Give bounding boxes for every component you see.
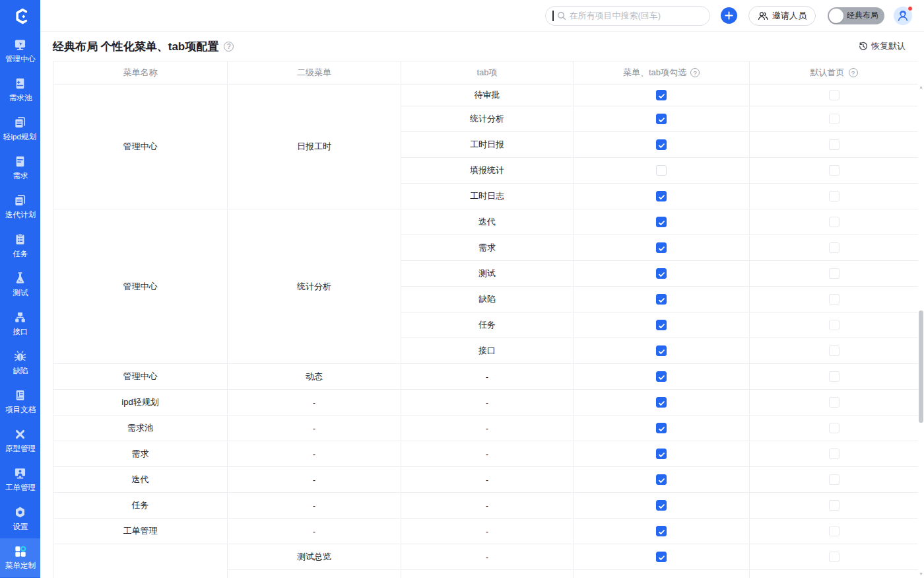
tab-checkbox[interactable] [656, 371, 667, 382]
scrollbar-thumb[interactable] [919, 310, 923, 423]
create-project-button[interactable] [721, 7, 737, 24]
restore-default-button[interactable]: 恢复默认 [859, 40, 906, 52]
menu-check-cell [574, 441, 750, 467]
sidebar-item-10[interactable]: 原型管理 [0, 421, 40, 460]
column-header-1: 二级菜单 [228, 61, 401, 85]
default-home-checkbox[interactable] [829, 526, 840, 536]
user-avatar[interactable] [894, 7, 912, 25]
search-input[interactable] [570, 11, 704, 20]
sidebar-item-4[interactable]: 迭代计划 [0, 188, 40, 227]
submenu-cell: 测试总览 [228, 544, 401, 570]
default-home-cell [750, 106, 919, 132]
tab-checkbox[interactable] [656, 165, 667, 176]
sidebar-item-label: 工单管理 [5, 482, 35, 493]
sidebar-item-13[interactable]: 菜单定制 [0, 538, 40, 577]
default-home-checkbox[interactable] [829, 474, 840, 485]
default-home-checkbox[interactable] [829, 114, 840, 124]
layout-toggle[interactable]: 经典布局 [828, 7, 884, 24]
column-help-icon[interactable]: ? [849, 68, 858, 77]
scroll-down-arrow[interactable]: ▼ [918, 571, 924, 577]
tab-checkbox[interactable] [656, 500, 667, 511]
tab-checkbox[interactable] [656, 191, 667, 201]
sidebar-item-9[interactable]: 项目文档 [0, 382, 40, 421]
default-home-checkbox[interactable] [829, 90, 840, 100]
restore-default-label: 恢复默认 [871, 40, 906, 52]
sidebar-item-5[interactable]: 任务 [0, 227, 40, 266]
content: 经典布局 个性化菜单、tab项配置 ? 恢复默认 菜单名称二级菜单t [40, 32, 924, 578]
invite-members-button[interactable]: 邀请人员 [748, 6, 816, 26]
tab-checkbox[interactable] [656, 268, 667, 279]
menu-name-cell: 管理中心 [53, 364, 228, 390]
tab-checkbox[interactable] [656, 294, 667, 305]
sidebar-item-label: 需求 [13, 170, 28, 181]
table-row: 管理中心动态- [53, 364, 919, 390]
sidebar-item-2[interactable]: 轻ipd规划 [0, 110, 40, 149]
tab-checkbox[interactable] [656, 474, 667, 485]
menu-check-cell [574, 493, 750, 519]
table-row: 需求-- [53, 441, 919, 467]
default-home-checkbox[interactable] [829, 371, 840, 382]
menu-check-cell [574, 209, 750, 235]
column-header-0: 菜单名称 [53, 61, 228, 85]
sidebar-item-0[interactable]: 管理中心 [0, 32, 40, 71]
tab-checkbox[interactable] [656, 217, 667, 227]
tab-checkbox[interactable] [656, 114, 667, 124]
tab-checkbox[interactable] [656, 242, 667, 253]
default-home-checkbox[interactable] [829, 268, 840, 279]
menu-config-table: 菜单名称二级菜单tab项菜单、tab项勾选?默认首页? 管理中心日报工时待审批统… [53, 61, 918, 578]
tab-checkbox[interactable] [656, 552, 667, 562]
sidebar-item-11[interactable]: 工单管理 [0, 460, 40, 499]
menu-name-cell: 管理中心 [53, 209, 228, 364]
default-home-checkbox[interactable] [829, 320, 840, 330]
page-help-icon[interactable]: ? [224, 42, 234, 52]
sidebar-item-6[interactable]: 测试 [0, 266, 40, 305]
tab-checkbox[interactable] [656, 526, 667, 536]
tab-checkbox[interactable] [656, 90, 667, 100]
toggle-knob [829, 9, 843, 23]
tab-checkbox[interactable] [656, 320, 667, 330]
default-home-checkbox[interactable] [829, 397, 840, 408]
tab-item-cell: - [401, 519, 574, 544]
tab-item-cell: - [401, 493, 574, 519]
column-help-icon[interactable]: ? [690, 68, 700, 77]
global-search[interactable] [545, 6, 710, 26]
flask-icon [13, 271, 27, 285]
tab-item-cell: 任务 [401, 312, 574, 338]
sidebar-item-12[interactable]: 设置 [0, 499, 40, 538]
table-scrollbar: ▲ ▼ [918, 83, 924, 578]
column-header-label: 默认首页 [810, 67, 845, 79]
default-home-cell [750, 493, 919, 519]
sidebar-item-1[interactable]: 需求池 [0, 71, 40, 110]
default-home-checkbox[interactable] [829, 449, 840, 459]
default-home-checkbox[interactable] [829, 345, 840, 356]
tab-checkbox[interactable] [656, 449, 667, 459]
tab-checkbox[interactable] [656, 139, 667, 150]
sidebar-item-label: 菜单定制 [5, 560, 35, 571]
sidebar-item-label: 迭代计划 [5, 209, 35, 220]
tab-checkbox[interactable] [656, 345, 667, 356]
monitor-icon [13, 38, 27, 52]
default-home-checkbox[interactable] [829, 139, 840, 150]
tab-checkbox[interactable] [656, 423, 667, 433]
app-logo[interactable] [0, 0, 40, 32]
default-home-checkbox[interactable] [829, 552, 840, 562]
default-home-checkbox[interactable] [829, 294, 840, 305]
table-row: 管理中心统计分析迭代 [53, 209, 919, 235]
tab-item-cell: 填报统计 [401, 158, 574, 184]
tab-item-cell [401, 570, 574, 578]
default-home-checkbox[interactable] [829, 191, 840, 201]
default-home-checkbox[interactable] [829, 423, 840, 433]
scroll-up-arrow[interactable]: ▲ [918, 85, 924, 90]
default-home-cell [750, 132, 919, 158]
sidebar-item-7[interactable]: 接口 [0, 305, 40, 343]
submenu-cell: - [228, 519, 401, 544]
sidebar-item-3[interactable]: 需求 [0, 149, 40, 188]
default-home-checkbox[interactable] [829, 242, 840, 253]
default-home-checkbox[interactable] [829, 500, 840, 511]
tab-checkbox[interactable] [656, 397, 667, 408]
bug-icon [13, 349, 27, 363]
default-home-checkbox[interactable] [829, 165, 840, 176]
default-home-checkbox[interactable] [829, 217, 840, 227]
sidebar-item-8[interactable]: 缺陷 [0, 343, 40, 382]
column-header-label: 二级菜单 [297, 67, 331, 79]
